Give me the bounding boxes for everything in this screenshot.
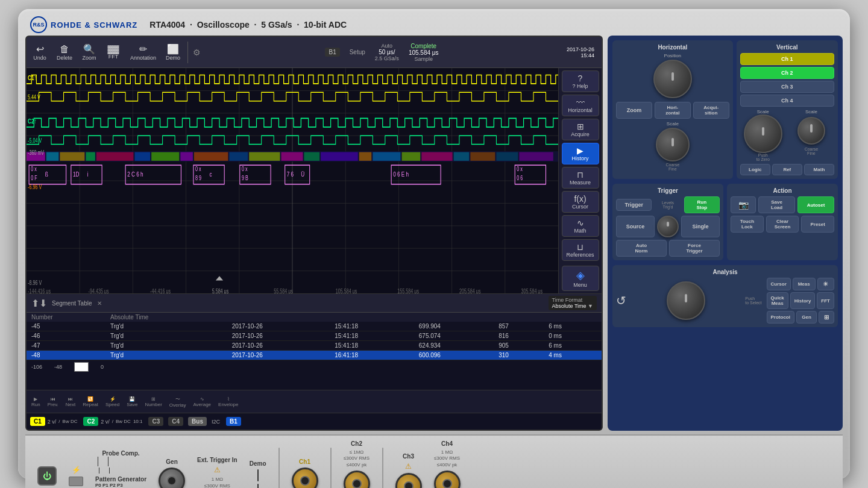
fft-button[interactable]: ▓▓ FFT xyxy=(104,43,123,61)
camera-button[interactable]: 📷 xyxy=(731,196,756,213)
save-button[interactable]: 💾 Save xyxy=(127,396,137,407)
play-button[interactable]: ▶ Run xyxy=(31,396,40,407)
vertical-position-knob[interactable] xyxy=(797,117,825,145)
repeat-button[interactable]: 🔁 Repeat xyxy=(83,396,98,407)
scroll-up-button[interactable]: ⬆⬇ xyxy=(31,298,47,309)
sidebar-acquire-button[interactable]: ⊞ Acquire xyxy=(562,119,599,140)
ch1-bnc-connector[interactable] xyxy=(292,468,318,488)
trigger-button[interactable]: Trigger xyxy=(616,199,652,211)
sidebar-cursor-button[interactable]: f(x) Cursor xyxy=(562,191,599,213)
demo-button[interactable]: ⬜ Demo xyxy=(163,42,183,62)
grid-button[interactable]: ⊞ xyxy=(819,311,834,324)
ch4-vertical-button[interactable]: Ch 4 xyxy=(740,95,834,107)
warning-icon: ⚠ xyxy=(214,466,221,474)
brightness-button[interactable]: ☀ xyxy=(817,278,834,290)
table-row[interactable]: -45 Trg'd 2017-10-26 15:41:18 699.904 85… xyxy=(27,322,602,331)
undo-button[interactable]: ↩ Undo xyxy=(30,42,49,62)
cursor-analysis-button[interactable]: Cursor xyxy=(767,278,791,290)
force-trigger-button[interactable]: ForceTrigger xyxy=(669,240,720,257)
ref-button[interactable]: Ref xyxy=(772,164,802,175)
annotation-button[interactable]: ✏ Annotation xyxy=(128,42,159,62)
history-analysis-button[interactable]: History xyxy=(790,292,816,309)
touch-lock-button[interactable]: TouchLock xyxy=(731,216,764,233)
ch1-label[interactable]: C1 xyxy=(30,417,45,426)
sidebar-menu-button[interactable]: ◈ Menu xyxy=(562,266,599,291)
math-button[interactable]: Math xyxy=(804,164,834,175)
auto-norm-button[interactable]: AutoNorm xyxy=(616,240,667,257)
b1-label[interactable]: B1 xyxy=(226,417,241,426)
svg-rect-24 xyxy=(134,152,150,161)
save-load-button[interactable]: SaveLoad xyxy=(758,196,795,213)
horizontal-scale-knob[interactable] xyxy=(656,128,690,161)
clear-screen-button[interactable]: ClearScreen xyxy=(766,216,799,233)
ch2-bnc-connector[interactable] xyxy=(344,471,370,488)
preset-button[interactable]: Preset xyxy=(801,216,834,233)
run-stop-button[interactable]: RunStop xyxy=(684,196,720,213)
overlay-button[interactable]: 〜 Overlay xyxy=(169,396,186,408)
trigger-level-knob[interactable] xyxy=(657,216,679,237)
svg-text:-360 mV: -360 mV xyxy=(28,149,44,157)
segment-table-close[interactable]: ✕ xyxy=(97,300,102,307)
ch4-bnc-connector[interactable] xyxy=(434,471,461,488)
meas-button[interactable]: Meas xyxy=(793,278,816,290)
analysis-knob-icon[interactable]: ↺ xyxy=(616,293,626,308)
svg-rect-21 xyxy=(60,152,84,161)
sidebar-references-button[interactable]: ⊔ References xyxy=(562,239,599,261)
sidebar-history-button[interactable]: ▶ History xyxy=(562,143,599,164)
logic-button[interactable]: Logic xyxy=(740,164,770,175)
horizontal-title: Horizontal xyxy=(616,44,729,51)
analysis-knob[interactable] xyxy=(667,281,705,320)
svg-text:0 F: 0 F xyxy=(31,174,37,181)
scroll-box[interactable] xyxy=(74,362,89,372)
svg-rect-30 xyxy=(281,152,303,161)
ch2-label[interactable]: C2 xyxy=(83,417,98,426)
sidebar-help-button[interactable]: ? ? Help xyxy=(562,70,599,92)
time-format-dropdown[interactable]: Time Format Absolute Time ▼ xyxy=(549,296,597,310)
oscilloscope-screen: ↩ Undo 🗑 Delete 🔍 Zoom ▓▓ FFT ✏ Anno xyxy=(25,36,603,431)
prev-button[interactable]: ⏮ Prev. xyxy=(48,396,58,407)
bus-label[interactable]: Bus xyxy=(188,417,207,426)
single-button[interactable]: Single xyxy=(681,216,720,237)
delete-button[interactable]: 🗑 Delete xyxy=(54,43,75,62)
svg-text:205.584 μs: 205.584 μs xyxy=(459,288,481,293)
sidebar-measure-button[interactable]: ⊓ Measure xyxy=(562,167,599,189)
autoset-button[interactable]: Autoset xyxy=(797,196,834,213)
horizontal-ctrl-button[interactable]: Hori-zontal xyxy=(655,102,691,119)
table-row[interactable]: -47 Trg'd 2017-10-26 15:41:18 624.934 90… xyxy=(27,341,602,351)
gen-analysis-button[interactable]: Gen xyxy=(796,311,817,324)
usb-port[interactable] xyxy=(69,477,83,486)
average-button[interactable]: ∿ Average xyxy=(193,396,211,407)
svg-rect-32 xyxy=(321,152,358,161)
table-row-selected[interactable]: -48 Trg'd 2017-10-26 16:41:18 600.096 31… xyxy=(27,351,602,360)
ch2-vertical-button[interactable]: Ch 2 xyxy=(740,67,834,79)
acquisition-ctrl-button[interactable]: Acqui-sition xyxy=(693,102,729,119)
quick-meas-button[interactable]: QuickMeas xyxy=(767,292,788,309)
number-button[interactable]: ⊞ Number xyxy=(145,396,162,407)
power-button[interactable]: ⏻ xyxy=(37,466,57,486)
source-button[interactable]: Source xyxy=(616,216,655,237)
vertical-section: Vertical Ch 1 Ch 2 Ch 3 Ch 4 Scale xyxy=(737,40,838,179)
horizontal-position-knob[interactable] xyxy=(653,60,692,98)
ch4-label[interactable]: C4 xyxy=(168,417,183,426)
ch3-bnc-connector[interactable] xyxy=(395,473,422,488)
ch3-vertical-button[interactable]: Ch 3 xyxy=(740,81,834,93)
protocol-button[interactable]: Protocol xyxy=(767,311,794,324)
sidebar-math-button[interactable]: ∿ Math xyxy=(562,215,599,237)
svg-text:0 x: 0 x xyxy=(31,166,37,173)
zoom-ctrl-button[interactable]: Zoom xyxy=(616,102,652,119)
sidebar-horizontal-button[interactable]: 〰 Horizontal xyxy=(562,95,599,116)
envelope-button[interactable]: ⌇ Envelope xyxy=(218,396,238,407)
ch1-vertical-button[interactable]: Ch 1 xyxy=(740,53,834,65)
vertical-scale-knob[interactable] xyxy=(744,114,782,153)
channel-info-bar: C1 2 v/ / Bw DC C2 2 v/ / Bw DC 10:1 C3 … xyxy=(27,413,602,430)
ch3-label[interactable]: C3 xyxy=(148,417,163,426)
zoom-button[interactable]: 🔍 Zoom xyxy=(80,42,99,62)
table-row[interactable]: -46 Trg'd 2017-10-26 15:41:18 675.074 81… xyxy=(27,331,602,341)
speed-button[interactable]: ⚡ Speed xyxy=(105,396,119,407)
waveform-svg: 0 x 0 F ß 1D i 2 C 6 h 0 x 8 9 c 0 x xyxy=(27,68,558,293)
gen-bnc-connector[interactable] xyxy=(159,468,185,488)
playback-bar: ▶ Run ⏮ Prev. ⏭ Next 🔁 Repeat ⚡ Speed xyxy=(27,390,602,413)
fft-analysis-button[interactable]: FFT xyxy=(817,292,834,309)
next-button[interactable]: ⏭ Next xyxy=(66,396,75,407)
settings-icon[interactable]: ⚙ xyxy=(193,48,201,57)
